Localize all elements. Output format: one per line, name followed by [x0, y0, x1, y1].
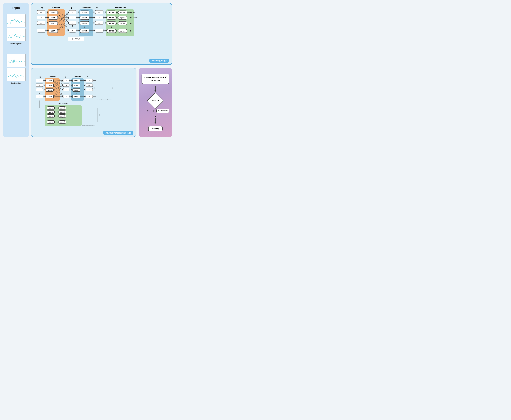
- svg-text:Encoder: Encoder: [49, 76, 56, 78]
- svg-text:x₂: x₂: [40, 16, 42, 19]
- svg-text:Discriminator: Discriminator: [114, 7, 126, 9]
- training-stage-label: Training Stage: [149, 59, 169, 63]
- svg-text:x̃/x̂: x̃/x̂: [96, 7, 99, 9]
- svg-text:Generator: Generator: [74, 76, 82, 78]
- svg-text:LSTM: LSTM: [48, 80, 52, 82]
- input-title: Input: [12, 6, 20, 10]
- svg-text:LSTM: LSTM: [109, 22, 114, 24]
- down-arrow-2: [153, 118, 158, 124]
- svg-text:LSTM: LSTM: [51, 30, 55, 32]
- svg-text:⋮: ⋮: [84, 25, 86, 28]
- input-panel: Input Training data: [3, 3, 29, 137]
- svg-text:⋮: ⋮: [98, 25, 101, 28]
- right-area: X x₁ x₂ x₃ xₜ ⋮ Encoder LSTM LSTM LS: [31, 3, 172, 137]
- svg-text:x₁: x₁: [39, 80, 40, 81]
- yes-branch: Y: [153, 115, 158, 124]
- svg-text:x₃: x₃: [88, 89, 90, 90]
- bottom-area: X x₁ x₂ x₃ xₜ ⋮ Encoder LSTM LS: [31, 68, 172, 137]
- training-stage-box: X x₁ x₂ x₃ xₜ ⋮ Encoder LSTM LSTM LS: [31, 3, 172, 65]
- svg-text:LSTM: LSTM: [109, 17, 114, 19]
- svg-text:sigmoid: sigmoid: [120, 17, 125, 19]
- svg-text:xₜ: xₜ: [40, 30, 42, 32]
- no-label: N: [147, 110, 148, 112]
- no-anomaly-box: No Anomaly: [156, 109, 169, 113]
- svg-text:x₃: x₃: [39, 89, 40, 90]
- svg-text:discrimination results: discrimination results: [82, 125, 95, 127]
- testing-label: Testing data: [11, 82, 21, 84]
- svg-text:LSTM: LSTM: [51, 12, 55, 13]
- svg-text:z₃: z₃: [66, 89, 67, 90]
- svg-text:LSTM: LSTM: [82, 12, 87, 13]
- svg-text:fake?: fake?: [133, 17, 137, 19]
- training-label: Training data: [10, 43, 22, 45]
- svg-text:LSTM: LSTM: [74, 89, 78, 91]
- training-chart-1: [7, 14, 25, 27]
- svg-marker-254: [154, 110, 155, 112]
- testing-chart-2: [7, 68, 25, 81]
- svg-text:⋮: ⋮: [52, 25, 54, 28]
- svg-text:LSTM: LSTM: [49, 107, 53, 109]
- svg-text:zₜ: zₜ: [72, 30, 73, 32]
- testing-chart-1: [7, 54, 25, 67]
- svg-text:z₃: z₃: [72, 22, 73, 24]
- anomaly-decision-panel: average anomaly score of each point scor…: [139, 68, 172, 137]
- svg-text:LSTM: LSTM: [48, 96, 52, 98]
- svg-text:LSTM: LSTM: [74, 80, 78, 82]
- svg-text:LSTM: LSTM: [49, 115, 53, 117]
- svg-text:⋮: ⋮: [38, 92, 40, 94]
- svg-text:x₃: x₃: [40, 22, 42, 24]
- score-box: average anomaly score of each point: [141, 74, 169, 84]
- svg-text:Encoder: Encoder: [52, 7, 60, 9]
- svg-text:LSTM: LSTM: [51, 17, 55, 19]
- no-branch: N No Anomaly: [141, 109, 169, 113]
- svg-text:x₂: x₂: [98, 16, 100, 19]
- svg-text:⋮: ⋮: [75, 92, 77, 94]
- svg-text:LSTM: LSTM: [82, 17, 87, 19]
- svg-text:LSTM: LSTM: [49, 111, 53, 113]
- decision-diamond: score > t: [146, 94, 165, 107]
- svg-text:xₜ: xₜ: [99, 30, 100, 32]
- svg-text:x₂: x₂: [39, 84, 40, 86]
- anomaly-box: Anomaly: [148, 126, 163, 131]
- detection-stage-box: X x₁ x₂ x₃ xₜ ⋮ Encoder LSTM LS: [31, 68, 136, 137]
- svg-text:⋮: ⋮: [110, 25, 113, 28]
- svg-text:x₁: x₁: [98, 11, 100, 13]
- svg-text:LSTM: LSTM: [82, 30, 87, 32]
- svg-text:⋮: ⋮: [40, 25, 42, 28]
- svg-text:LSTM: LSTM: [48, 84, 52, 86]
- svg-text:⋮: ⋮: [65, 92, 67, 94]
- detection-stage-label: Anomaly Detection Stage: [103, 131, 133, 135]
- svg-text:z₂: z₂: [72, 16, 73, 19]
- svg-text:⋮: ⋮: [49, 92, 51, 94]
- svg-text:⋮: ⋮: [88, 92, 90, 94]
- svg-text:sigmoid: sigmoid: [60, 115, 65, 117]
- svg-text:LSTM: LSTM: [49, 121, 53, 123]
- svg-text:reconstruction difference: reconstruction difference: [97, 99, 112, 101]
- svg-text:LSTM: LSTM: [109, 12, 114, 13]
- svg-text:sigmoid: sigmoid: [120, 30, 125, 32]
- no-arrow: [149, 110, 155, 112]
- yes-label: Y: [155, 115, 156, 118]
- svg-text:sigmoid: sigmoid: [60, 121, 65, 123]
- svg-text:⋮: ⋮: [71, 25, 74, 28]
- svg-text:z₁: z₁: [66, 80, 67, 81]
- svg-text:sigmoid: sigmoid: [60, 111, 65, 113]
- svg-text:⋮: ⋮: [122, 25, 124, 28]
- svg-text:z₁: z₁: [72, 11, 73, 13]
- svg-text:sigmoid: sigmoid: [120, 12, 125, 13]
- svg-text:⋮: ⋮: [62, 117, 63, 120]
- svg-text:X: X: [41, 7, 43, 9]
- svg-text:sigmoid: sigmoid: [60, 107, 65, 109]
- svg-text:Discriminator: Discriminator: [58, 103, 69, 104]
- svg-marker-252: [154, 90, 156, 92]
- training-diagram: X x₁ x₂ x₃ xₜ ⋮ Encoder LSTM LSTM LS: [35, 6, 168, 44]
- svg-text:LSTM: LSTM: [82, 22, 87, 24]
- svg-text:LSTM: LSTM: [109, 30, 114, 32]
- svg-text:real?: real?: [133, 11, 136, 13]
- svg-text:Z ~ N(0, I): Z ~ N(0, I): [72, 38, 79, 40]
- svg-text:LSTM: LSTM: [74, 96, 78, 98]
- diamond-label: score > t: [152, 100, 159, 102]
- down-arrow-1: [153, 86, 158, 92]
- svg-text:LSTM: LSTM: [74, 84, 78, 86]
- main-container: Input Training data: [0, 0, 175, 140]
